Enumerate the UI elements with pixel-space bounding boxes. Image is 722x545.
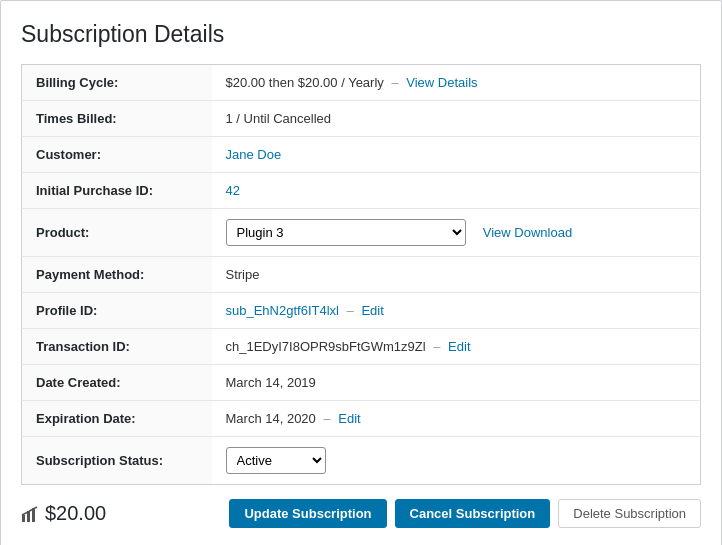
profile-id-edit-link[interactable]: Edit — [361, 303, 383, 318]
customer-value: Jane Doe — [212, 137, 701, 173]
footer-buttons: Update Subscription Cancel Subscription … — [229, 499, 701, 528]
payment-method-label: Payment Method: — [22, 257, 212, 293]
product-label: Product: — [22, 209, 212, 257]
billing-cycle-label: Billing Cycle: — [22, 65, 212, 101]
subscription-status-cell: ActiveCancelledExpiredPending — [212, 437, 701, 485]
expiration-date-label: Expiration Date: — [22, 401, 212, 437]
date-created-row: Date Created: March 14, 2019 — [22, 365, 701, 401]
initial-purchase-id-row: Initial Purchase ID: 42 — [22, 173, 701, 209]
footer: $20.00 Update Subscription Cancel Subscr… — [21, 485, 701, 528]
customer-link[interactable]: Jane Doe — [226, 147, 282, 162]
subscription-details-table: Billing Cycle: $20.00 then $20.00 / Year… — [21, 64, 701, 485]
billing-cycle-value: $20.00 then $20.00 / Yearly – View Detai… — [212, 65, 701, 101]
transaction-id-label: Transaction ID: — [22, 329, 212, 365]
transaction-id-value: ch_1EDyI7I8OPR9sbFtGWm1z9Zl — [226, 339, 426, 354]
subscription-status-label: Subscription Status: — [22, 437, 212, 485]
view-download-link[interactable]: View Download — [483, 225, 572, 240]
chart-icon — [21, 505, 39, 523]
times-billed-value: 1 / Until Cancelled — [212, 101, 701, 137]
purchase-id-link[interactable]: 42 — [226, 183, 240, 198]
profile-id-row: Profile ID: sub_EhN2gtf6IT4lxl – Edit — [22, 293, 701, 329]
profile-id-separator: – — [347, 303, 354, 318]
subscription-status-select[interactable]: ActiveCancelledExpiredPending — [226, 447, 326, 474]
expiration-date-cell: March 14, 2020 – Edit — [212, 401, 701, 437]
initial-purchase-id-value: 42 — [212, 173, 701, 209]
date-created-label: Date Created: — [22, 365, 212, 401]
expiration-date-edit-link[interactable]: Edit — [338, 411, 360, 426]
footer-amount-area: $20.00 — [21, 502, 106, 525]
billing-cycle-separator: – — [391, 75, 398, 90]
delete-subscription-button[interactable]: Delete Subscription — [558, 499, 701, 528]
profile-id-link[interactable]: sub_EhN2gtf6IT4lxl — [226, 303, 339, 318]
customer-label: Customer: — [22, 137, 212, 173]
transaction-id-row: Transaction ID: ch_1EDyI7I8OPR9sbFtGWm1z… — [22, 329, 701, 365]
payment-method-value: Stripe — [212, 257, 701, 293]
billing-cycle-text: $20.00 then $20.00 / Yearly — [226, 75, 384, 90]
page-title: Subscription Details — [21, 21, 701, 48]
product-row: Product: Plugin 1Plugin 2Plugin 3Plugin … — [22, 209, 701, 257]
transaction-id-cell: ch_1EDyI7I8OPR9sbFtGWm1z9Zl – Edit — [212, 329, 701, 365]
svg-rect-0 — [22, 515, 25, 522]
profile-id-label: Profile ID: — [22, 293, 212, 329]
customer-row: Customer: Jane Doe — [22, 137, 701, 173]
update-subscription-button[interactable]: Update Subscription — [229, 499, 386, 528]
cancel-subscription-button[interactable]: Cancel Subscription — [395, 499, 551, 528]
product-cell: Plugin 1Plugin 2Plugin 3Plugin 4 View Do… — [212, 209, 701, 257]
expiration-date-separator: – — [323, 411, 330, 426]
transaction-id-separator: – — [433, 339, 440, 354]
footer-amount: $20.00 — [45, 502, 106, 525]
profile-id-cell: sub_EhN2gtf6IT4lxl – Edit — [212, 293, 701, 329]
view-details-link[interactable]: View Details — [406, 75, 477, 90]
transaction-id-edit-link[interactable]: Edit — [448, 339, 470, 354]
subscription-status-row: Subscription Status: ActiveCancelledExpi… — [22, 437, 701, 485]
times-billed-label: Times Billed: — [22, 101, 212, 137]
times-billed-row: Times Billed: 1 / Until Cancelled — [22, 101, 701, 137]
date-created-value: March 14, 2019 — [212, 365, 701, 401]
expiration-date-value: March 14, 2020 — [226, 411, 316, 426]
expiration-date-row: Expiration Date: March 14, 2020 – Edit — [22, 401, 701, 437]
product-select[interactable]: Plugin 1Plugin 2Plugin 3Plugin 4 — [226, 219, 466, 246]
billing-cycle-row: Billing Cycle: $20.00 then $20.00 / Year… — [22, 65, 701, 101]
initial-purchase-id-label: Initial Purchase ID: — [22, 173, 212, 209]
payment-method-row: Payment Method: Stripe — [22, 257, 701, 293]
